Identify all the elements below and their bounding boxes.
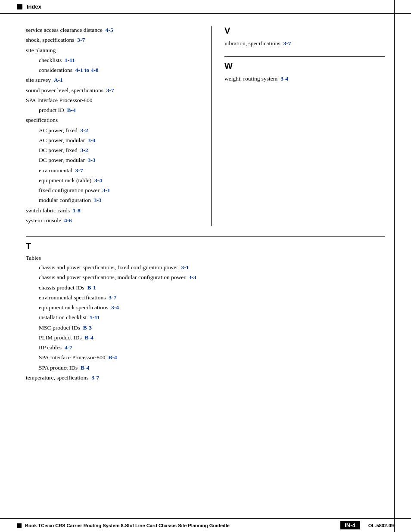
index-link[interactable]: 3-2 [81,147,88,153]
right-border-line [394,0,395,532]
index-link[interactable]: 3-7 [75,167,83,174]
index-entry: RP cables 4-7 [26,343,385,352]
index-link[interactable]: 3-4 [111,304,119,311]
t-after-container: temperature, specifications 3-7 [26,373,385,382]
index-link[interactable]: 3-7 [109,294,116,301]
index-link[interactable]: 4-7 [65,344,72,351]
index-entry: chassis and power specifications, modula… [26,273,385,282]
index-link[interactable]: 1-11 [65,57,75,63]
index-entry: temperature, specifications 3-7 [26,373,385,382]
footer-book-title: Book TCisco CRS Carrier Routing System 8… [25,523,230,528]
footer-doc-id: OL-5802-09 [368,523,394,528]
index-entry: considerations 4-1 to 4-8 [26,66,211,75]
index-link[interactable]: B-3 [83,324,92,331]
footer-page-label: IN-4 [340,521,360,529]
index-link[interactable]: 3-4 [280,75,288,82]
index-entry: weight, routing system 3-4 [224,75,385,83]
index-entry: environmental 3-7 [26,166,211,175]
section-letter-heading: V [224,26,385,36]
index-link[interactable]: 3-7 [77,37,85,43]
index-link[interactable]: 4-6 [64,217,72,224]
index-link[interactable]: 4-1 to 4-8 [75,67,99,73]
index-link[interactable]: A-1 [54,77,63,83]
index-link[interactable]: 3-7 [106,87,114,93]
index-link[interactable]: 1-11 [90,314,100,320]
index-entry: SPA product IDs B-4 [26,364,385,372]
footer-square-icon [17,523,22,528]
index-link[interactable]: 3-3 [94,197,102,203]
left-column: service access clearance distance 4-5sho… [26,26,211,226]
index-link[interactable]: 3-1 [103,187,110,193]
index-entry: checklists 1-11 [26,56,211,65]
left-entries-container: service access clearance distance 4-5sho… [26,26,211,225]
index-entry: fixed configuration power 3-1 [26,186,211,195]
index-link[interactable]: B-4 [85,334,93,341]
tables-label: Tables [26,255,385,261]
index-entry: sound power level, specifications 3-7 [26,86,211,95]
page-footer: Book TCisco CRS Carrier Routing System 8… [0,518,411,532]
index-entry: DC power, modular 3-3 [26,156,211,165]
index-entry: MSC product IDs B-3 [26,324,385,332]
index-entry: specifications [26,116,211,124]
right-column: Vvibration, specifications 3-7Wweight, r… [211,26,385,226]
index-link[interactable]: 4-5 [106,27,113,33]
index-link[interactable]: 3-4 [94,177,102,184]
index-link[interactable]: 3-1 [181,264,189,271]
index-link[interactable]: 3-2 [81,127,88,134]
index-link[interactable]: 3-3 [189,274,196,280]
index-entry: AC power, fixed 3-2 [26,126,211,135]
header-title: Index [27,3,41,10]
index-entry: switch fabric cards 1-8 [26,206,211,215]
right-sections-container: Vvibration, specifications 3-7Wweight, r… [224,26,385,84]
index-entry: system console 4-6 [26,216,211,225]
index-link[interactable]: 3-7 [91,374,99,381]
t-section-container: T Tables chassis and power specification… [0,226,411,382]
page-header: Index [0,0,411,14]
index-link[interactable]: B-4 [81,364,89,371]
t-section-heading: T [26,241,385,251]
section-letter-heading: W [224,61,385,71]
index-entry: SPA Interface Processor-800 [26,96,211,105]
index-link[interactable]: 3-7 [283,40,291,47]
index-entry: shock, specifications 3-7 [26,36,211,44]
index-entry: vibration, specifications 3-7 [224,39,385,48]
index-entry: site planning [26,46,211,55]
header-square-icon [17,4,22,9]
index-entry: DC power, fixed 3-2 [26,146,211,155]
index-entry: chassis product IDs B-1 [26,283,385,292]
index-link[interactable]: B-4 [108,354,117,361]
page: Index service access clearance distance … [0,0,411,532]
index-entry: service access clearance distance 4-5 [26,26,211,34]
index-link[interactable]: 1-8 [73,207,81,214]
index-entry: SPA Interface Processor-800 B-4 [26,353,385,362]
footer-left: Book TCisco CRS Carrier Routing System 8… [17,523,230,528]
index-entry: equipment rack specifications 3-4 [26,303,385,312]
index-entry: site survey A-1 [26,76,211,84]
index-link[interactable]: B-1 [87,284,96,291]
index-link[interactable]: B-4 [67,107,76,113]
t-divider [26,236,385,237]
index-entry: installation checklist 1-11 [26,313,385,322]
index-link[interactable]: 3-3 [88,157,96,163]
t-entries-container: chassis and power specifications, fixed … [26,263,385,372]
index-entry: product ID B-4 [26,106,211,115]
index-entry: equipment rack (table) 3-4 [26,176,211,185]
index-link[interactable]: 3-4 [88,137,96,143]
index-entry: PLIM product IDs B-4 [26,333,385,342]
index-entry: chassis and power specifications, fixed … [26,263,385,272]
section-divider [224,56,385,57]
index-entry: AC power, modular 3-4 [26,136,211,145]
index-entry: environmental specifications 3-7 [26,293,385,302]
index-entry: modular configuration 3-3 [26,196,211,205]
